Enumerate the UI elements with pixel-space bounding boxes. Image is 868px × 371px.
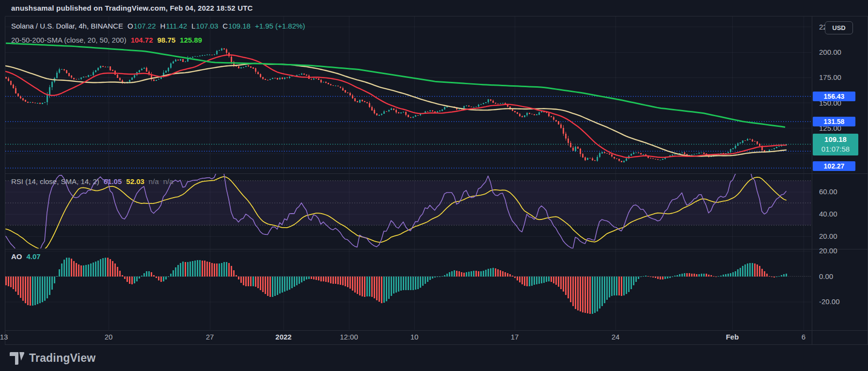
price-level-badge: 131.58 [813, 117, 855, 126]
price-tick-label: 175.00 [819, 73, 841, 81]
price-tick-label: 0.00 [819, 272, 833, 280]
ohlc-change: +1.95 (+1.82%) [255, 22, 305, 30]
ohlc-low: L107.03 [191, 22, 218, 30]
tradingview-logo-text: TradingView [29, 352, 95, 365]
time-tick-label: 20 [94, 333, 123, 341]
time-tick-label: Feb [718, 333, 747, 341]
sma200-value: 125.89 [180, 36, 202, 44]
price-level-badge: 156.43 [813, 92, 855, 101]
time-axis[interactable]: 132027202212:00101724Feb6 [0, 331, 812, 344]
time-tick-label: 13 [0, 333, 18, 341]
sma-legend-label: 20-50-200-SMA (close, 20, 50, 200) [11, 36, 126, 44]
time-tick-label: 12:00 [334, 333, 363, 341]
sma-legend: 20-50-200-SMA (close, 20, 50, 200) 104.7… [11, 36, 202, 44]
price-level-badge: 102.27 [813, 161, 855, 171]
ohlc-open: O107.22 [127, 22, 156, 30]
tradingview-logo[interactable]: TradingView [10, 352, 95, 365]
tradingview-snapshot: anushsamal published on TradingView.com,… [0, 0, 868, 371]
rsi-value: 61.05 [104, 177, 122, 186]
price-tick-label: 60.00 [819, 187, 837, 196]
time-tick-label: 17 [500, 333, 529, 341]
current-price-value: 109.18 [813, 134, 858, 144]
main-legend: Solana / U.S. Dollar, 4h, BINANCE O107.2… [11, 22, 305, 30]
time-tick-label: 6 [789, 333, 818, 341]
tradingview-logo-icon [10, 352, 24, 365]
rsi-ma-value: 52.03 [126, 177, 144, 186]
chart-canvas[interactable] [0, 0, 868, 371]
bar-countdown: 01:07:58 [813, 144, 858, 154]
price-axis[interactable]: 109.18 01:07:58 225.00200.00175.00150.00… [812, 16, 868, 331]
price-tick-label: 40.00 [819, 210, 837, 218]
usd-currency-button[interactable]: USD [825, 21, 853, 34]
rsi-na-1: n/a [149, 177, 159, 186]
price-tick-label: -20.00 [819, 297, 840, 306]
rsi-legend: RSI (14, close, SMA, 14, 2) 61.05 52.03 … [11, 177, 174, 186]
price-tick-label: 20.00 [819, 247, 837, 255]
ao-value: 4.07 [27, 252, 41, 261]
symbol-title: Solana / U.S. Dollar, 4h, BINANCE [11, 22, 123, 30]
time-tick-label: 2022 [269, 333, 298, 341]
price-tick-label: 200.00 [819, 48, 841, 56]
time-tick-label: 10 [400, 333, 429, 341]
price-tick-label: 20.00 [819, 232, 837, 240]
sma50-value: 98.75 [158, 36, 176, 44]
rsi-legend-label: RSI (14, close, SMA, 14, 2) [11, 177, 99, 186]
ao-legend-label: AO [11, 252, 22, 261]
time-tick-label: 27 [195, 333, 224, 341]
ohlc-close: C109.18 [222, 22, 251, 30]
rsi-na-2: n/a [163, 177, 174, 186]
current-price-badge: 109.18 01:07:58 [813, 134, 858, 155]
sma20-value: 104.72 [131, 36, 153, 44]
ohlc-high: H111.42 [160, 22, 188, 30]
ao-legend: AO 4.07 [11, 252, 41, 261]
time-tick-label: 24 [601, 333, 630, 341]
